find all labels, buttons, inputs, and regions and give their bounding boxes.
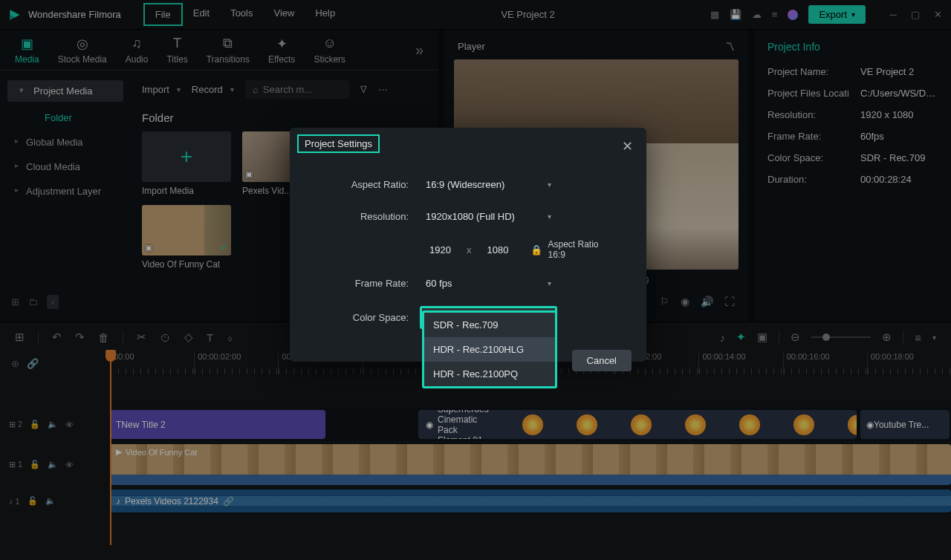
marker-icon[interactable]: ⚐ [660,296,669,307]
filter-icon[interactable]: ∇ [360,84,367,95]
clip-audio[interactable]: ♪Pexels Videos 2122934 🔗 [110,489,951,512]
clip-video[interactable]: ▶Video Of Funny Cat [110,444,951,485]
sidebar-cloud-media[interactable]: Cloud Media [0,154,131,179]
snapshot-icon[interactable]: ◉ [681,296,689,307]
stickers-icon: ☺ [323,36,337,52]
maximize-button[interactable]: ▢ [909,9,921,21]
effects-icon: ✦ [276,36,288,52]
zoom-in-icon[interactable]: ⊕ [882,331,892,344]
clip-element-2[interactable]: ◉ Youtube Tre... [860,410,950,439]
title-clip-icon: T [116,420,121,430]
folders-icon[interactable]: 🗀 [28,296,38,307]
redo-icon[interactable]: ↷ [75,331,85,344]
lock-icon[interactable]: 🔒 [530,244,542,255]
delete-icon[interactable]: 🗑 [98,331,109,344]
aspect-ratio-select[interactable]: 16:9 (Widescreen)▾ [420,175,557,194]
menu-help[interactable]: Help [305,3,345,26]
chevron-down-icon: ▾ [548,279,551,287]
insert-icon[interactable]: ⊕ [11,358,19,369]
option-pq[interactable]: HDR - Rec.2100PQ [424,362,555,386]
mute-icon[interactable]: 🔈 [48,460,58,469]
volume-icon[interactable]: 🔊 [701,296,713,307]
sidebar-adjustment-layer[interactable]: Adjustment Layer [0,179,131,204]
render-icon[interactable]: ▣ [757,331,767,344]
tab-stock-media[interactable]: ◎Stock Media [58,36,107,65]
lock-icon[interactable]: 🔓 [30,460,40,469]
manage-tracks-icon[interactable]: ⊞ [15,331,25,344]
titlebar: Wondershare Filmora File Edit Tools View… [0,0,951,30]
search-input[interactable]: ⌕Search m... [245,80,349,99]
cancel-button[interactable]: Cancel [572,350,632,371]
layout-icon[interactable]: ▦ [710,9,719,20]
video-badge-icon: ▣ [145,243,152,253]
import-dropdown[interactable]: Import ▾ [142,84,181,95]
split-icon[interactable]: ✂ [137,331,146,344]
view-options-icon[interactable]: ≡ [915,331,921,344]
zoom-slider[interactable] [811,336,871,338]
sidebar-project-media[interactable]: Project Media [7,80,123,102]
scope-icon[interactable]: 〽 [725,41,735,52]
lock-icon[interactable]: 🔓 [27,496,38,506]
cloud-icon[interactable]: ☁ [752,9,762,20]
menu-edit[interactable]: Edit [183,3,220,26]
link-icon[interactable]: 🔗 [27,358,39,369]
save-icon[interactable]: 💾 [730,9,741,20]
close-button[interactable]: ✕ [932,9,944,21]
orb-icon [685,414,706,435]
option-sdr[interactable]: SDR - Rec.709 [424,313,555,337]
tab-media[interactable]: ▣Media [15,36,39,65]
width-input[interactable]: 1920 [420,244,461,255]
framerate-select[interactable]: 60 fps▾ [420,274,557,293]
zoom-out-icon[interactable]: ⊖ [791,331,800,344]
tab-titles[interactable]: TTitles [166,36,187,65]
media-tile-2[interactable]: ▣✓ Video Of Funny Cat [142,205,231,270]
tab-stickers[interactable]: ☺Stickers [314,36,345,65]
minimize-button[interactable]: ─ [887,9,899,21]
keyframe-icon[interactable]: ⬨ [227,331,233,344]
sidebar-global-media[interactable]: Global Media [0,130,131,154]
speed-icon[interactable]: ⏲ [160,331,171,344]
marker-add-icon[interactable]: ✦ [736,331,746,344]
export-button[interactable]: Export ▾ [808,5,866,24]
menu-file[interactable]: File [143,3,183,26]
menu-icon[interactable]: ≡ [772,9,778,20]
chevron-down-icon: ▾ [548,180,551,189]
more-icon[interactable]: ⋯ [378,84,388,95]
clip-title[interactable]: T New Title 2 [110,410,325,439]
undo-icon[interactable]: ↶ [52,331,62,344]
plus-icon: + [181,145,192,169]
height-input[interactable]: 1080 [478,244,519,255]
mute-icon[interactable]: 🔈 [45,496,56,506]
project-title: VE Project 2 [345,9,710,20]
stock-icon: ◎ [77,36,88,52]
more-tabs-icon[interactable]: » [415,42,423,59]
crop-icon[interactable]: ◇ [184,331,193,344]
element-clip-icon: ◉ [426,420,433,430]
menu-view[interactable]: View [263,3,305,26]
view-chevron-icon[interactable]: ▾ [932,333,936,342]
orb-icon [848,414,857,435]
resolution-select[interactable]: 1920x1080 (Full HD)▾ [420,207,557,226]
account-icon[interactable] [788,10,798,20]
import-media-tile[interactable]: + Import Media [142,131,231,196]
fullscreen-icon[interactable]: ⛶ [724,296,735,307]
mute-icon[interactable]: 🔈 [48,420,58,429]
menu-tools[interactable]: Tools [220,3,263,26]
mixer-icon[interactable]: ♪ [720,331,726,344]
collapse-sidebar-icon[interactable]: ‹ [47,295,59,309]
text-icon[interactable]: T [207,331,213,344]
playhead-icon[interactable] [106,350,116,362]
new-folder-icon[interactable]: ⊞ [11,296,19,307]
option-hlg[interactable]: HDR - Rec.2100HLG [424,337,555,362]
folder-heading: Folder [142,111,427,124]
clip-element[interactable]: ◉Superheroes Cinematic Pack Element 01 [418,410,857,439]
close-icon[interactable]: ✕ [622,138,633,154]
tab-audio[interactable]: ♫Audio [126,36,149,65]
lock-icon[interactable]: 🔓 [30,420,40,429]
tab-transitions[interactable]: ⧉Transitions [207,36,250,65]
eye-icon[interactable]: 👁 [65,420,74,429]
tab-effects[interactable]: ✦Effects [268,36,295,65]
record-dropdown[interactable]: Record ▾ [192,84,234,95]
eye-icon[interactable]: 👁 [65,460,74,469]
sidebar-folder[interactable]: Folder [0,105,131,130]
